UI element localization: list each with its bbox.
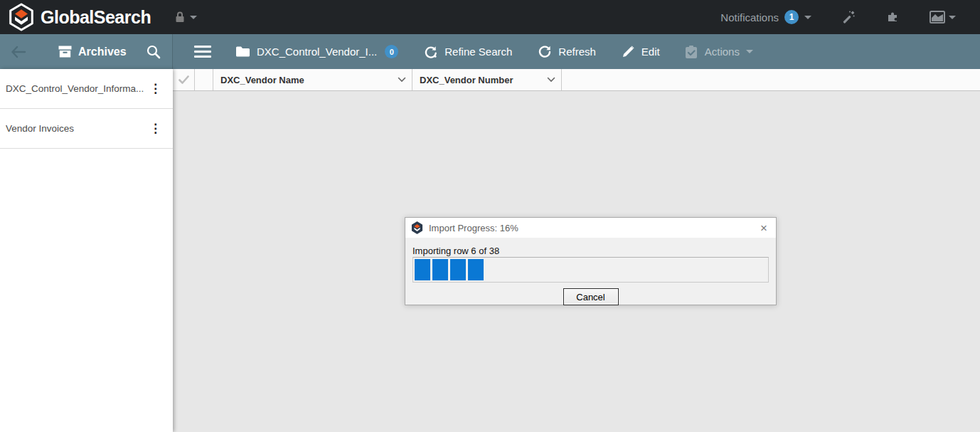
progress-block (415, 259, 430, 280)
search-icon (146, 44, 161, 59)
sidebar-item-label: DXC_Control_Vendor_Informa... (6, 83, 145, 94)
header-filler (562, 69, 980, 90)
column-header-vendor-number[interactable]: DXC_Vendor Number (412, 69, 562, 90)
column-header-vendor-name[interactable]: DXC_Vendor Name (213, 69, 412, 90)
import-progress-dialog: Import Progress: 16% × Importing row 6 o… (405, 217, 777, 305)
globalsearch-app: GlobalSearch Notifications 1 (0, 0, 980, 432)
dashboards-menu[interactable] (930, 11, 956, 24)
toolbar-main: DXC_Control_Vendor_I... 0 Refine Search … (173, 34, 980, 69)
brand-name: GlobalSearch (41, 7, 151, 28)
cancel-button[interactable]: Cancel (563, 288, 619, 305)
refine-search-button[interactable]: Refine Search (424, 45, 512, 59)
edit-label: Edit (641, 46, 660, 58)
redo-icon (424, 45, 438, 59)
chevron-down-icon[interactable] (398, 77, 406, 83)
integrations-button[interactable] (885, 10, 900, 24)
globalsearch-logo-small-icon (411, 221, 423, 234)
sidebar-item-dxc-control-vendor-information[interactable]: DXC_Control_Vendor_Informa... ⋮ (0, 69, 173, 109)
dialog-title-bar[interactable]: Import Progress: 16% × (405, 218, 776, 238)
sidebar-item-label: Vendor Invoices (6, 123, 145, 134)
archives-sidebar: DXC_Control_Vendor_Informa... ⋮ Vendor I… (0, 69, 173, 432)
blank-header-cell (195, 69, 213, 90)
dialog-title: Import Progress: 16% (429, 223, 752, 233)
brand[interactable]: GlobalSearch (0, 3, 151, 31)
folder-icon (235, 46, 250, 58)
lock-menu[interactable] (174, 11, 197, 23)
progress-block (468, 259, 484, 280)
back-button[interactable] (10, 45, 27, 59)
chevron-down-icon (746, 50, 753, 53)
refresh-label: Refresh (558, 46, 596, 58)
archives-title[interactable]: Archives (58, 46, 127, 58)
archive-box-icon (58, 46, 72, 58)
arrow-left-icon (10, 45, 27, 59)
chevron-down-icon[interactable] (547, 77, 555, 83)
wand-button[interactable] (841, 10, 856, 24)
current-search-label: DXC_Control_Vendor_I... (257, 46, 377, 58)
close-icon[interactable]: × (757, 222, 770, 234)
kebab-menu-icon[interactable]: ⋮ (145, 121, 166, 136)
wand-icon (841, 10, 856, 24)
notifications-label: Notifications (720, 11, 779, 23)
lock-icon (174, 11, 186, 23)
refine-search-label: Refine Search (444, 46, 512, 58)
chevron-down-icon (190, 16, 197, 19)
notifications-badge: 1 (784, 10, 799, 24)
progress-block (450, 259, 466, 280)
refresh-icon (538, 45, 552, 59)
column-label: DXC_Vendor Number (420, 75, 547, 85)
globalsearch-logo-icon (9, 3, 34, 31)
top-bar: GlobalSearch Notifications 1 (0, 0, 980, 34)
select-all-cell[interactable] (173, 69, 195, 90)
search-button[interactable] (146, 44, 161, 59)
actions-label: Actions (705, 46, 740, 58)
pencil-icon (622, 45, 635, 58)
result-count-badge: 0 (385, 45, 398, 58)
notifications-menu[interactable]: Notifications 1 (720, 10, 811, 24)
archives-label: Archives (78, 46, 127, 58)
progress-status-text: Importing row 6 of 38 (412, 246, 504, 256)
current-search-button[interactable]: DXC_Control_Vendor_I... 0 (235, 45, 398, 58)
dialog-body: Importing row 6 of 38 Cancel (405, 238, 776, 305)
clipboard-check-icon (684, 45, 698, 59)
archives-header: Archives (0, 34, 173, 69)
column-label: DXC_Vendor Name (220, 75, 398, 85)
results-grid-header: DXC_Vendor Name DXC_Vendor Number (173, 69, 980, 91)
kebab-menu-icon[interactable]: ⋮ (145, 81, 166, 96)
menu-button[interactable] (194, 43, 211, 60)
progress-block (432, 259, 448, 280)
actions-menu-disabled[interactable]: Actions (684, 45, 753, 59)
sidebar-item-vendor-invoices[interactable]: Vendor Invoices ⋮ (0, 109, 173, 149)
chart-icon (930, 11, 945, 24)
toolbar: Archives DXC_Control_Vendor_I... 0 (0, 34, 980, 69)
check-mark-icon (179, 75, 189, 84)
refresh-button[interactable]: Refresh (538, 45, 596, 59)
top-bar-right: Notifications 1 (720, 10, 980, 24)
puzzle-icon (885, 10, 900, 24)
chevron-down-icon (949, 16, 956, 19)
chevron-down-icon (804, 16, 811, 19)
edit-button[interactable]: Edit (622, 45, 660, 58)
progress-track (412, 257, 769, 283)
